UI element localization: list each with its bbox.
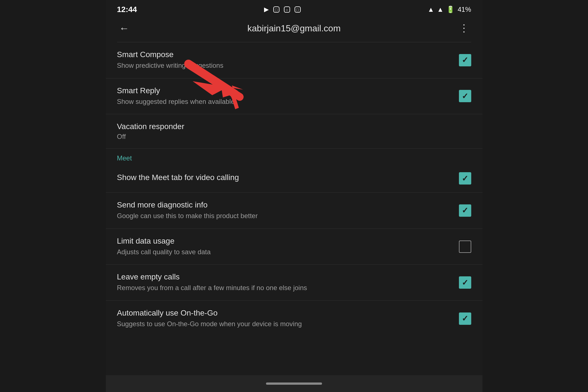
settings-list: Smart Compose Show predictive writing su…	[106, 42, 482, 375]
status-right-icons: ▲ ▲ 🔋 41%	[428, 6, 471, 13]
battery-icon: 🔋	[446, 6, 455, 13]
smart-reply-content: Smart Reply Show suggested replies when …	[117, 86, 459, 106]
on-the-go-content: Automatically use On-the-Go Suggests to …	[117, 309, 459, 329]
diagnostic-info-title: Send more diagnostic info	[117, 200, 459, 209]
diagnostic-info-subtitle: Google can use this to make this product…	[117, 211, 459, 221]
smart-compose-subtitle: Show predictive writing suggestions	[117, 61, 459, 70]
status-time: 12:44	[117, 5, 137, 14]
diagnostic-info-item[interactable]: Send more diagnostic info Google can use…	[106, 193, 482, 229]
meet-section-header: Meet	[106, 149, 482, 164]
instagram-icon: □	[273, 6, 279, 13]
limit-data-title: Limit data usage	[117, 237, 459, 246]
meet-tab-title: Show the Meet tab for video calling	[117, 173, 459, 182]
limit-data-subtitle: Adjusts call quality to save data	[117, 247, 459, 257]
limit-data-checkbox[interactable]	[459, 241, 471, 253]
bottom-nav-bar	[106, 375, 482, 392]
vacation-responder-item[interactable]: Vacation responder Off	[106, 114, 482, 149]
meet-tab-content: Show the Meet tab for video calling	[117, 173, 459, 184]
smart-compose-item[interactable]: Smart Compose Show predictive writing su…	[106, 42, 482, 78]
leave-empty-subtitle: Removes you from a call after a few minu…	[117, 283, 459, 293]
on-the-go-checkbox[interactable]	[459, 312, 471, 325]
smart-reply-item[interactable]: Smart Reply Show suggested replies when …	[106, 78, 482, 115]
diagnostic-info-content: Send more diagnostic info Google can use…	[117, 200, 459, 221]
icon2: ○	[284, 6, 290, 13]
meet-tab-item[interactable]: Show the Meet tab for video calling	[106, 164, 482, 193]
on-the-go-title: Automatically use On-the-Go	[117, 309, 459, 318]
leave-empty-title: Leave empty calls	[117, 272, 459, 281]
account-email: kabirjain15@gmail.com	[137, 23, 451, 34]
vacation-responder-value: Off	[117, 133, 471, 141]
more-options-button[interactable]: ⋮	[457, 20, 471, 36]
smart-compose-title: Smart Compose	[117, 50, 459, 59]
wifi-icon: ▲	[428, 6, 434, 13]
icon3: □	[295, 6, 301, 13]
smart-reply-title: Smart Reply	[117, 86, 459, 95]
signal-icon: ▲	[437, 6, 444, 13]
battery-percent: 41%	[458, 6, 471, 13]
diagnostic-info-checkbox[interactable]	[459, 204, 471, 217]
smart-compose-content: Smart Compose Show predictive writing su…	[117, 50, 459, 70]
meet-tab-checkbox[interactable]	[459, 172, 471, 185]
on-the-go-subtitle: Suggests to use On-the-Go mode when your…	[117, 319, 459, 329]
leave-empty-item[interactable]: Leave empty calls Removes you from a cal…	[106, 265, 482, 301]
back-button[interactable]: ←	[117, 20, 132, 36]
on-the-go-item[interactable]: Automatically use On-the-Go Suggests to …	[106, 301, 482, 337]
phone-screen: 12:44 ▶ □ ○ □ ▲ ▲ 🔋 41% ← kabirjain15@gm…	[106, 0, 482, 392]
status-icons: ▶ □ ○ □	[141, 6, 423, 13]
smart-compose-checkbox[interactable]	[459, 54, 471, 66]
smart-reply-checkbox[interactable]	[459, 90, 471, 102]
home-indicator	[266, 382, 322, 385]
leave-empty-checkbox[interactable]	[459, 276, 471, 289]
top-bar: ← kabirjain15@gmail.com ⋮	[106, 17, 482, 42]
youtube-icon: ▶	[264, 6, 269, 13]
vacation-responder-title: Vacation responder	[117, 122, 471, 131]
status-bar: 12:44 ▶ □ ○ □ ▲ ▲ 🔋 41%	[106, 0, 482, 17]
vacation-responder-content: Vacation responder Off	[117, 122, 471, 141]
limit-data-item[interactable]: Limit data usage Adjusts call quality to…	[106, 229, 482, 265]
smart-reply-subtitle: Show suggested replies when available	[117, 97, 459, 106]
limit-data-content: Limit data usage Adjusts call quality to…	[117, 237, 459, 257]
leave-empty-content: Leave empty calls Removes you from a cal…	[117, 272, 459, 293]
